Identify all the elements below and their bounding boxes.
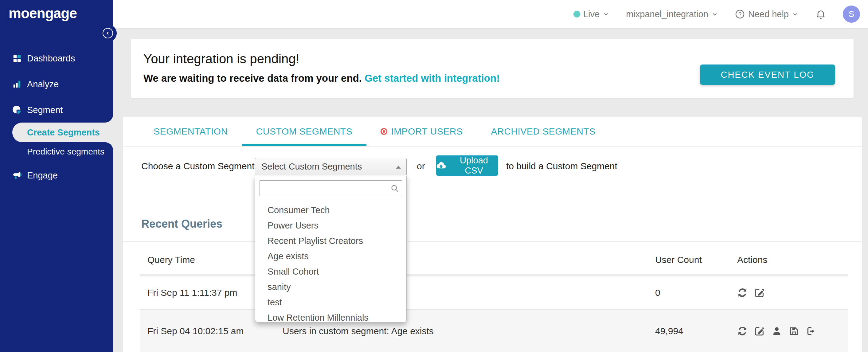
sidebar-subitem-label: Predictive segments [27,147,104,157]
choose-segment-label: Choose a Custom Segment: [141,161,257,171]
dropdown-option[interactable]: test [255,294,406,310]
segment-tabs: SEGMENTATION CUSTOM SEGMENTS IMPORT USER… [123,117,862,147]
dropdown-option[interactable]: Consumer Tech [255,202,406,218]
sidebar-item-label: Analyze [27,79,59,89]
query-cell: Users in custom segment: Age exists [276,326,644,336]
user-count-cell: 49,994 [644,326,733,336]
get-started-link[interactable]: Get started with integration! [365,72,500,84]
save-icon[interactable] [789,326,799,336]
chevron-left-icon [105,30,111,36]
refresh-icon[interactable] [737,326,748,336]
column-header-actions: Actions [733,255,848,265]
sidebar-notch-top [103,115,113,123]
edit-icon[interactable] [754,288,765,298]
svg-text:?: ? [738,11,741,18]
workspace-label: mixpanel_integration [626,9,708,19]
divider [123,242,862,242]
dropdown-option[interactable]: Small Cohort [255,264,406,279]
sidebar-item-engage[interactable]: Engage [0,169,113,182]
tab-archived-segments[interactable]: ARCHIVED SEGMENTS [477,117,609,146]
dropdown-option[interactable]: Low Retention Millennials [255,310,406,325]
refresh-icon[interactable] [737,288,748,298]
question-circle-icon: ? [735,9,745,19]
sidebar-item-predictive-segments[interactable]: Predictive segments [12,146,113,158]
banner-title: Your integration is pending! [144,52,300,66]
select-value: Select Custom Segments [261,162,362,171]
sidebar-item-dashboards[interactable]: Dashboards [0,52,113,65]
edit-icon[interactable] [754,326,765,336]
actions-cell [733,326,848,336]
tab-label: SEGMENTATION [154,126,228,137]
environment-label: Live [583,9,599,19]
chevron-down-icon [602,11,609,18]
actions-cell [733,288,848,298]
banner-message: We are waiting to receive data from your… [144,72,500,84]
query-time-cell: Fri Sep 04 10:02:15 am [140,326,276,336]
tab-label: IMPORT USERS [391,126,463,137]
user-count-cell: 0 [644,288,733,298]
dropdown-option[interactable]: sanity [255,279,406,294]
chevron-down-icon [711,11,718,18]
sidebar-subitem-label: Create Segments [27,127,100,138]
dropdown-search-input[interactable] [259,180,402,196]
notifications-bell-icon[interactable] [815,9,826,20]
dropdown-options: Consumer TechPower UsersRecent Playlist … [255,200,406,325]
need-help-label: Need help [748,9,789,19]
sidebar-item-segment[interactable]: Segment [0,103,113,117]
triangle-up-icon [396,165,401,169]
dropdown-option[interactable]: Age exists [255,249,406,264]
build-segment-text: to build a Custom Segment [506,161,617,171]
sidebar-item-analyze[interactable]: Analyze [0,77,113,91]
tab-custom-segments[interactable]: CUSTOM SEGMENTS [242,117,367,146]
custom-segment-dropdown: Consumer TechPower UsersRecent Playlist … [255,176,407,322]
tab-import-users[interactable]: IMPORT USERS [366,117,477,146]
tab-label: ARCHIVED SEGMENTS [491,126,595,137]
top-header: Live mixpanel_integration ? Need help S [113,0,868,29]
column-header-user-count: User Count [644,255,733,265]
sidebar-item-create-segments[interactable]: Create Segments [12,123,113,142]
dropdown-option[interactable]: Power Users [255,218,406,233]
sidebar-collapse-button[interactable] [102,28,113,38]
sidebar-item-label: Engage [27,170,58,181]
megaphone-icon [12,171,22,180]
environment-dropdown[interactable]: Live [574,9,609,19]
workspace-dropdown[interactable]: mixpanel_integration [626,9,718,19]
sidebar-item-label: Dashboards [27,54,75,64]
upload-csv-button[interactable]: Upload CSV [436,155,498,176]
table-row: Fri Sep 11 1:11:37 pm 0 [140,277,848,310]
sidebar-item-label: Segment [27,105,63,115]
tab-segmentation[interactable]: SEGMENTATION [140,117,242,146]
dropdown-search [259,180,402,196]
pie-chart-icon [12,105,22,115]
cloud-upload-icon [436,161,446,170]
banner-message-text: We are waiting to receive data from your… [144,72,365,84]
search-icon [391,184,399,194]
integration-pending-banner: Your integration is pending! We are wait… [131,39,854,98]
red-status-dot-icon [380,128,387,135]
chevron-down-icon [792,11,799,18]
segments-card: SEGMENTATION CUSTOM SEGMENTS IMPORT USER… [123,117,862,352]
live-status-dot-icon [574,11,580,18]
custom-segment-select[interactable]: Select Custom Segments [255,158,407,175]
dropdown-option[interactable]: Recent Playlist Creators [255,233,406,249]
or-text: or [417,161,425,171]
recent-queries-table: Query Time User Count Actions Fri Sep 11… [140,246,848,352]
check-event-log-button[interactable]: CHECK EVENT LOG [700,64,835,85]
bar-chart-icon [12,79,22,89]
export-icon[interactable] [806,326,816,336]
user-icon[interactable] [772,326,782,336]
avatar-initial: S [849,9,855,19]
table-header-row: Query Time User Count Actions [140,246,848,277]
user-avatar[interactable]: S [843,5,860,23]
sidebar: moengage Dashboards Analyze Segment Crea… [0,0,113,352]
need-help-dropdown[interactable]: ? Need help [735,9,799,19]
recent-queries-title: Recent Queries [141,218,222,230]
tab-label: CUSTOM SEGMENTS [256,126,352,137]
moengage-logo[interactable]: moengage [9,5,77,22]
dashboards-grid-icon [12,54,22,63]
table-row: Fri Sep 04 10:02:15 am Users in custom s… [140,310,848,352]
upload-csv-label: Upload CSV [450,155,498,176]
